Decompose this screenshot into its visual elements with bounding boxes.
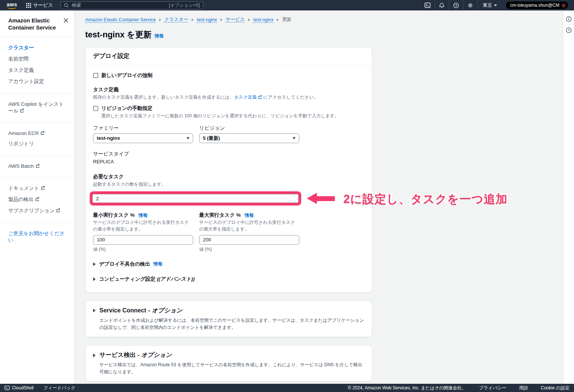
sidebar-item-namespaces[interactable]: 名前空間 [8, 53, 66, 65]
external-link-icon [40, 130, 44, 136]
aws-logo[interactable]: aws [7, 1, 17, 7]
feedback-link[interactable]: ご意見をお聞かせください [0, 223, 74, 251]
chevron-down-icon [186, 137, 189, 139]
force-deploy-checkbox[interactable] [93, 73, 98, 78]
services-label: サービス [33, 2, 53, 9]
expand-arrow-icon [93, 262, 96, 266]
chevron-down-icon [494, 4, 497, 6]
footer-copyright: © 2024, Amazon Web Services, Inc. またはその関… [348, 385, 466, 391]
breadcrumb-separator-icon [220, 18, 222, 21]
terminal-icon [425, 3, 430, 8]
service-type-label: サービスタイプ [93, 151, 364, 157]
revision-label: リビジョン [199, 125, 299, 132]
grid-icon [26, 3, 31, 8]
desired-tasks-label: 必要なタスク [93, 173, 364, 180]
page-title: test-nginx を更新 [85, 29, 152, 40]
search-shortcut-hint: [オプション+S] [169, 2, 200, 9]
footer-cloudshell-button[interactable]: CloudShell [4, 385, 34, 391]
region-label: 東京 [483, 2, 492, 9]
main-content: Amazon Elastic Container Service クラスター t… [75, 10, 563, 384]
history-panel-button[interactable] [563, 25, 574, 36]
task-definition-link[interactable]: タスク定義 [234, 95, 257, 100]
breadcrumb-separator-icon [192, 18, 194, 21]
task-definition-label: タスク定義 [93, 86, 364, 93]
sidebar-item-account-settings[interactable]: アカウント設定 [8, 76, 66, 87]
sidebar-item-clusters[interactable]: クラスター [8, 42, 66, 53]
service-discovery-desc: サービス検出では、Amazon Route 53 を使用してサービスの名前空間を… [99, 361, 364, 375]
force-deploy-label: 新しいデプロイの強制 [101, 72, 152, 79]
cloudshell-button[interactable] [420, 0, 435, 10]
chevron-down-icon [293, 137, 296, 139]
footer-cookie-link[interactable]: Cookie の設定 [541, 385, 570, 391]
external-link-icon [258, 95, 262, 100]
deployment-failure-detection-expander[interactable]: デプロイ不具合の検出 情報 [93, 261, 364, 268]
page-info-link[interactable]: 情報 [155, 33, 164, 39]
notifications-button[interactable] [435, 0, 449, 10]
manual-revision-desc: 選択したタスク定義ファミリーに最新の 100 個のリビジョンを選択する代わりに、… [101, 113, 364, 119]
desired-tasks-input[interactable] [92, 194, 299, 203]
sidebar-item-subscriptions[interactable]: サブスクリプション [8, 205, 66, 216]
task-definition-desc: 既存のタスク定義を選択します。新しいタスク定義を作成するには、タスク定義 にアク… [93, 94, 364, 101]
breadcrumb-separator-icon [248, 18, 250, 21]
external-link-icon [35, 197, 39, 202]
desired-tasks-desc: 起動するタスクの数を指定します。 [93, 181, 364, 188]
sidebar-item-aws-batch[interactable]: AWS Batch [8, 161, 66, 171]
sidebar-item-amazon-ecr[interactable]: Amazon ECR [8, 128, 66, 138]
deploy-settings-card: デプロイ設定 新しいデプロイの強制 タスク定義 既存のタスク定義を選択します。新… [85, 47, 372, 293]
breadcrumb: Amazon Elastic Container Service クラスター t… [85, 16, 563, 23]
external-link-icon [56, 208, 60, 213]
service-discovery-expander[interactable]: サービス検出- オプション [93, 351, 364, 359]
breadcrumb-separator-icon [277, 18, 279, 21]
external-link-icon [36, 163, 40, 169]
gear-icon [467, 3, 473, 8]
family-select[interactable]: test-nginx [93, 133, 193, 143]
expand-arrow-icon [93, 309, 96, 312]
info-icon [566, 16, 572, 22]
compute-configuration-expander[interactable]: コンピューティング設定 ((アドバンスト)) [93, 276, 364, 283]
footer-terms-link[interactable]: 用語 [519, 385, 528, 391]
max-running-info-link[interactable]: 情報 [245, 213, 254, 218]
sidebar-title: Amazon Elastic Container Service [8, 17, 64, 31]
sidebar: Amazon Elastic Container Service クラスター 名… [0, 10, 75, 384]
max-running-hint: 値 (%) [199, 246, 299, 253]
annotation-task-note: 2に設定し、タスクを一つ追加 [343, 191, 507, 207]
settings-button[interactable] [463, 0, 477, 10]
search-input[interactable]: 検索 [オプション+S] [61, 1, 203, 9]
deploy-settings-header: デプロイ設定 [86, 47, 372, 65]
breadcrumb-link-service[interactable]: test-nginx [253, 17, 274, 22]
manual-revision-checkbox[interactable] [93, 106, 98, 111]
revision-select[interactable]: 5 (最新) [199, 133, 299, 143]
service-connect-expander[interactable]: Service Connect- オプション [93, 307, 364, 315]
sidebar-item-product-discovery[interactable]: 製品の検出 [8, 194, 66, 205]
footer-privacy-link[interactable]: プライバシー [479, 385, 506, 391]
min-running-input[interactable] [93, 235, 193, 245]
min-running-info-link[interactable]: 情報 [139, 213, 148, 218]
sidebar-item-aws-copilot[interactable]: AWS Copilot をインストール [8, 99, 66, 117]
avatar [562, 3, 566, 7]
services-menu[interactable]: サービス [22, 0, 57, 10]
sidebar-item-repositories[interactable]: リポジトリ [8, 138, 66, 149]
top-navigation-bar: aws サービス 検索 [オプション+S] ? [0, 0, 574, 10]
close-icon[interactable] [64, 18, 68, 23]
bell-icon [439, 3, 444, 8]
breadcrumb-link-ecs[interactable]: Amazon Elastic Container Service [85, 17, 156, 22]
region-selector[interactable]: 東京 [477, 0, 502, 10]
svg-text:?: ? [455, 3, 457, 7]
sidebar-item-task-definitions[interactable]: タスク定義 [8, 65, 66, 76]
expand-arrow-icon [93, 277, 96, 281]
external-link-icon [41, 185, 45, 191]
account-label: cm-tokuyama.shun@CM [510, 3, 559, 8]
breadcrumb-link-services[interactable]: サービス [226, 16, 245, 23]
max-running-input[interactable] [199, 235, 299, 245]
sidebar-item-documentation[interactable]: ドキュメント [8, 183, 66, 194]
account-menu[interactable]: cm-tokuyama.shun@CM [506, 1, 568, 9]
deployment-failure-info-link[interactable]: 情報 [154, 261, 163, 267]
max-running-label: 最大実行タスク % [199, 212, 241, 218]
footer-feedback-button[interactable]: フィードバック [43, 385, 75, 391]
min-running-desc: サービスのデプロイ中に許可される実行タスクの最小率を指定します。 [93, 219, 193, 232]
breadcrumb-link-cluster[interactable]: test-nginx [197, 17, 217, 22]
max-running-desc: サービスのデプロイ中に許可される実行タスクの最大率を指定します。 [199, 219, 299, 232]
info-panel-button[interactable] [563, 13, 574, 25]
help-button[interactable]: ? [449, 0, 463, 10]
breadcrumb-link-clusters[interactable]: クラスター [164, 16, 188, 23]
